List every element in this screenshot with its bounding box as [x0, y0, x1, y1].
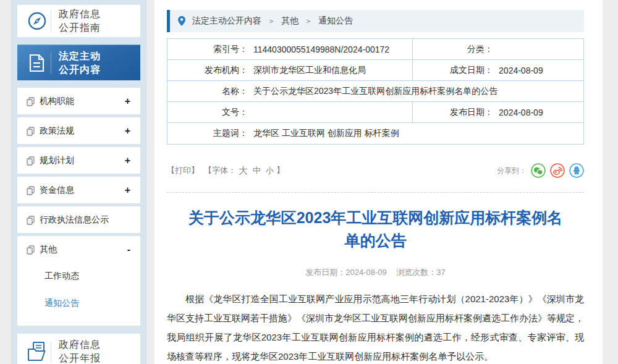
- divider: [51, 11, 51, 32]
- dashed-divider: [167, 192, 584, 193]
- document-meta-table: 索引号： 11440300055149988N/2024-00172 分类： 发…: [167, 38, 584, 145]
- sidebar-item-label: 政策法规: [40, 125, 124, 137]
- breadcrumb: 法定主动公开内容 ＞ 其他 ＞ 通知公告: [167, 10, 584, 32]
- folder-report-icon: [26, 341, 49, 363]
- breadcrumb-separator: ＞: [305, 16, 312, 27]
- main-content: 法定主动公开内容 ＞ 其他 ＞ 通知公告 索引号： 11440300055149…: [154, 0, 603, 364]
- written-date-cell: 成文日期： 2024-08-09: [413, 60, 583, 80]
- font-size-label-suffix: 】: [276, 165, 284, 176]
- field-label: 分类：: [413, 44, 493, 55]
- share-controls: 分享到：: [497, 163, 584, 178]
- field-value: 关于公示龙华区2023年工业互联网创新应用标杆案例名单的公告: [248, 86, 497, 97]
- divider: [51, 53, 51, 74]
- view-count: 浏览次数：37: [396, 268, 445, 277]
- share-label: 分享到：: [497, 166, 527, 176]
- pages-icon: [26, 96, 35, 106]
- pages-icon: [26, 245, 35, 255]
- table-row: 发布机构： 深圳市龙华区工业和信息化局 成文日期： 2024-08-09: [167, 60, 583, 81]
- sidebar-subitem-notices[interactable]: 通知公告: [17, 290, 140, 317]
- table-row: 索引号： 11440300055149988N/2024-00172 分类：: [167, 39, 583, 60]
- field-value: 龙华区 工业互联网 创新应用 标杆案例: [248, 128, 399, 139]
- print-font-controls: 【打印】 【字体： 大 中 小 】: [167, 165, 284, 177]
- statutory-card-label: 法定主动公开内容: [59, 49, 108, 77]
- document-number-cell: 文号：: [167, 102, 413, 122]
- sidebar-item-label: 资金信息: [40, 185, 124, 196]
- page: 政府信息公开指南 法定主动公开内容: [0, 0, 618, 364]
- field-label: 成文日期：: [413, 65, 493, 76]
- sidebar-item-label: 行政执法信息公示: [40, 214, 129, 226]
- sidebar-item-label: 规划计划: [40, 155, 124, 166]
- sidebar-item-funds[interactable]: 资金信息 +: [17, 177, 140, 203]
- field-label: 名称：: [167, 86, 248, 97]
- sidebar-item-policies[interactable]: 政策法规 +: [17, 117, 140, 144]
- compass-icon: [26, 10, 49, 32]
- expand-toggle[interactable]: +: [124, 155, 132, 166]
- article-paragraph: 根据《龙华区打造全国工业互联网产业应用示范高地三年行动计划（2021-2023年…: [167, 289, 584, 364]
- expand-toggle[interactable]: +: [124, 125, 132, 137]
- font-size-small-button[interactable]: 小: [266, 165, 274, 176]
- publish-date-cell: 发布日期： 2024-08-09: [413, 102, 583, 122]
- sidebar-item-label: 机构职能: [40, 96, 124, 107]
- sidebar-item-law-enforcement[interactable]: 行政执法信息公示: [17, 206, 140, 233]
- expand-toggle[interactable]: +: [124, 185, 132, 196]
- location-pin-icon: [177, 15, 186, 27]
- field-label: 文号：: [167, 107, 248, 118]
- field-value: 11440300055149988N/2024-00172: [248, 44, 389, 54]
- breadcrumb-item-others[interactable]: 其他: [281, 15, 298, 27]
- sidebar-menu: 机构职能 + 政策法规 +: [17, 88, 140, 326]
- breadcrumb-item-notices[interactable]: 通知公告: [318, 15, 353, 27]
- category-cell: 分类：: [413, 39, 583, 59]
- document-name-cell: 名称： 关于公示龙华区2023年工业互联网创新应用标杆案例名单的公告: [167, 81, 583, 101]
- field-value: 深圳市龙华区工业和信息化局: [248, 65, 366, 76]
- table-row: 名称： 关于公示龙华区2023年工业互联网创新应用标杆案例名单的公告: [167, 81, 583, 102]
- sidebar-item-label: 其他: [40, 244, 126, 255]
- wechat-share-icon[interactable]: [531, 163, 546, 178]
- pages-icon: [26, 215, 35, 225]
- sidebar-item-others[interactable]: 其他 -: [17, 236, 140, 263]
- table-row: 主题词： 龙华区 工业互联网 创新应用 标杆案例: [167, 123, 583, 144]
- sidebar-group-others: 其他 - 工作动态 通知公告: [17, 236, 140, 326]
- qq-share-icon[interactable]: [569, 163, 584, 178]
- article-meta: 发布日期：2024-08-09 浏览次数：37: [167, 267, 584, 278]
- field-value: 2024-08-09: [493, 66, 543, 75]
- field-label: 发布日期：: [413, 107, 493, 118]
- breadcrumb-separator: ＞: [268, 16, 275, 27]
- field-label: 索引号：: [167, 44, 248, 55]
- document-icon: [26, 52, 49, 74]
- sidebar-card-guide[interactable]: 政府信息公开指南: [17, 5, 140, 37]
- field-label: 主题词：: [167, 128, 248, 139]
- pages-icon: [26, 185, 35, 195]
- divider: [51, 341, 51, 362]
- keywords-cell: 主题词： 龙华区 工业互联网 创新应用 标杆案例: [167, 123, 583, 144]
- sidebar-card-statutory-disclosure[interactable]: 法定主动公开内容: [17, 44, 140, 80]
- font-size-label: 【字体：: [204, 165, 236, 176]
- guide-card-label: 政府信息公开指南: [59, 7, 108, 35]
- sidebar-card-annual-report[interactable]: 政府信息公开年报: [17, 334, 140, 364]
- sidebar-subitem-work-updates[interactable]: 工作动态: [17, 263, 140, 290]
- sidebar-item-agency-functions[interactable]: 机构职能 +: [17, 88, 140, 114]
- index-number-cell: 索引号： 11440300055149988N/2024-00172: [167, 39, 413, 59]
- issuing-agency-cell: 发布机构： 深圳市龙华区工业和信息化局: [167, 60, 413, 80]
- field-label: 发布机构：: [167, 65, 248, 76]
- publish-date: 发布日期：2024-08-09: [305, 268, 387, 277]
- sidebar: 政府信息公开指南 法定主动公开内容: [11, 0, 146, 364]
- font-size-medium-button[interactable]: 中: [253, 165, 261, 176]
- article-title: 关于公示龙华区2023年工业互联网创新应用标杆案例名单的公告: [167, 206, 584, 252]
- weibo-share-icon[interactable]: [550, 163, 565, 178]
- pages-icon: [26, 156, 35, 166]
- pages-icon: [26, 126, 35, 136]
- font-size-large-button[interactable]: 大: [239, 165, 248, 177]
- print-button[interactable]: 【打印】: [167, 165, 199, 176]
- collapse-toggle[interactable]: -: [126, 244, 132, 255]
- expand-toggle[interactable]: +: [124, 96, 132, 107]
- field-value: 2024-08-09: [493, 108, 543, 117]
- sidebar-item-plans[interactable]: 规划计划 +: [17, 147, 140, 174]
- breadcrumb-item-statutory[interactable]: 法定主动公开内容: [192, 15, 261, 27]
- table-row: 文号： 发布日期： 2024-08-09: [167, 102, 583, 123]
- article-toolbar: 【打印】 【字体： 大 中 小 】 分享到：: [167, 163, 584, 178]
- annual-card-label: 政府信息公开年报: [59, 338, 108, 364]
